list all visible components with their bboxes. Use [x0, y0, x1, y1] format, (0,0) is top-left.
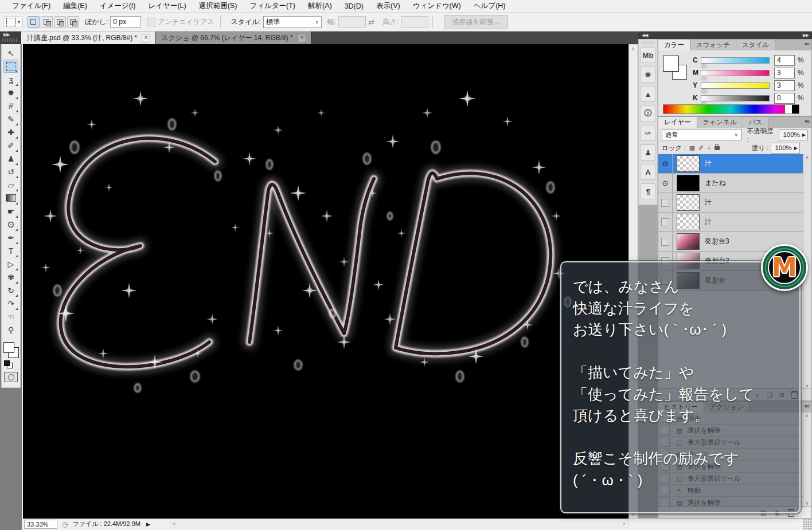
menu-item-5[interactable]: 選択範囲(S) [193, 0, 244, 12]
panel-menu-icon[interactable]: ▾≡ [805, 119, 809, 124]
color-swatches[interactable] [663, 56, 688, 81]
navigator-icon[interactable]: ⎈ [640, 66, 656, 83]
foreground-color-swatch[interactable] [663, 56, 679, 72]
info-icon[interactable]: ⓘ [640, 105, 656, 121]
lock-position-icon[interactable]: + [707, 144, 710, 151]
menu-item-10[interactable]: ウィンドウ(W) [407, 0, 467, 12]
menu-item-2[interactable]: 編集(E) [57, 0, 93, 12]
visibility-toggle[interactable]: ⊙ [658, 154, 673, 173]
lock-transparent-icon[interactable]: ▦ [689, 144, 695, 152]
layer-thumbnail[interactable] [677, 155, 700, 172]
gradient-tool[interactable] [3, 191, 18, 205]
color-spectrum-ramp[interactable] [663, 104, 799, 114]
menu-item-4[interactable]: レイヤー(L) [142, 0, 193, 12]
scroll-up-icon[interactable]: ∧ [631, 46, 635, 52]
horizontal-scrollbar[interactable]: < > [170, 519, 628, 528]
scroll-up-icon[interactable]: ∧ [806, 155, 809, 160]
height-input[interactable] [401, 16, 428, 28]
layers-tab-レイヤー[interactable]: レイヤー [658, 117, 697, 128]
lock-all-icon[interactable] [715, 146, 720, 150]
visibility-toggle[interactable]: ⊙ [658, 174, 673, 193]
panel-menu-icon[interactable]: ▾≡ [805, 403, 809, 409]
collapse-right-icon[interactable]: ▶▶ [803, 33, 809, 38]
eyedropper-tool[interactable]: ✎ [3, 112, 18, 125]
visibility-toggle[interactable] [658, 213, 673, 231]
blend-mode-select[interactable]: 通常 ∨ [662, 129, 741, 140]
hand-tool[interactable]: ☜ [3, 310, 18, 323]
width-input[interactable] [338, 16, 366, 28]
scroll-right-icon[interactable]: > [623, 521, 626, 527]
layer-thumbnail[interactable] [677, 214, 700, 230]
scroll-left-icon[interactable]: < [173, 521, 175, 527]
histogram-icon[interactable]: ▲ [640, 86, 656, 102]
close-icon[interactable]: × [298, 34, 306, 42]
toolbar-collapse-icon[interactable]: ▶▶ [3, 32, 9, 37]
menu-item-11[interactable]: ヘルプ(H) [467, 0, 512, 12]
brush-presets-icon[interactable]: ✑ [640, 125, 656, 141]
rectangular-marquee-tool[interactable] [3, 60, 18, 73]
swap-dimensions-icon[interactable]: ⇄ [368, 18, 374, 26]
toolbar-header[interactable]: ▶▶ [0, 32, 21, 44]
scroll-down-icon[interactable]: ∨ [806, 501, 809, 506]
opacity-field[interactable]: 100% ▶ [779, 129, 808, 140]
3d-orbit-tool[interactable]: ↷ [3, 297, 18, 310]
refine-edge-button[interactable]: 境界線を調整... [444, 15, 508, 29]
lasso-tool[interactable]: ʓ [3, 73, 18, 86]
layer-row-1[interactable]: ⊙汁 [658, 154, 803, 174]
fill-field[interactable]: 100% ▶ [771, 143, 800, 154]
menu-item-9[interactable]: 表示(V) [370, 0, 407, 12]
zoom-level-field[interactable]: 33.33% [24, 520, 57, 529]
color-tab-カラー[interactable]: カラー [658, 40, 690, 50]
layers-tab-チャンネル[interactable]: チャンネル [697, 117, 743, 128]
close-icon[interactable]: × [142, 34, 150, 42]
collapse-left-icon[interactable]: ◀◀ [642, 33, 647, 38]
brush-tool[interactable]: ✐ [3, 139, 18, 152]
scroll-up-icon[interactable]: ∧ [806, 413, 809, 418]
menu-item-6[interactable]: フィルター(T) [243, 0, 302, 12]
menu-item-1[interactable]: ファイル(F) [6, 0, 57, 12]
intersect-selection-button[interactable] [67, 16, 79, 28]
visibility-toggle[interactable] [658, 193, 673, 212]
spinner-icon[interactable]: ▶ [794, 146, 798, 151]
3d-rotate-tool[interactable]: ↻ [3, 284, 18, 297]
C-value-field[interactable]: 4 [774, 55, 795, 66]
C-slider-track[interactable] [701, 57, 770, 64]
K-slider-track[interactable] [701, 95, 770, 101]
scroll-down-icon[interactable]: ∨ [806, 383, 809, 388]
mini-bridge-icon[interactable]: Mb [640, 47, 656, 63]
clone-source-icon[interactable]: ♟ [640, 144, 656, 160]
lock-pixels-icon[interactable]: ✐ [698, 144, 704, 152]
document-tab-1[interactable]: 汁講座.psd @ 33.3% (汁, RGB/8#) *× [21, 32, 155, 44]
antialias-checkbox[interactable] [147, 18, 155, 26]
menu-item-8[interactable]: 3D(D) [338, 1, 370, 11]
type-tool[interactable]: T [3, 244, 18, 257]
menu-item-3[interactable]: イメージ(I) [93, 0, 142, 12]
status-expand-icon[interactable]: ▶ [146, 521, 150, 527]
crop-tool[interactable]: # [3, 99, 18, 112]
custom-shape-tool[interactable]: ✾ [3, 270, 18, 284]
black-cap[interactable] [792, 105, 799, 113]
visibility-toggle[interactable] [658, 232, 673, 251]
color-tab-スウォッチ[interactable]: スウォッチ [690, 40, 736, 50]
resize-grip[interactable] [803, 519, 812, 530]
path-selection-tool[interactable]: ▷ [3, 257, 18, 270]
clone-stamp-tool[interactable]: ♟ [3, 152, 18, 165]
Y-value-field[interactable]: 3 [774, 80, 795, 91]
M-slider-track[interactable] [701, 70, 770, 76]
default-swatches-icon[interactable] [3, 360, 18, 367]
M-value-field[interactable]: 3 [774, 68, 795, 78]
document-canvas[interactable] [23, 44, 628, 519]
dodge-tool[interactable]: ʘ [3, 218, 18, 231]
layer-thumbnail[interactable] [677, 233, 700, 250]
layer-row-3[interactable]: 汁 [658, 193, 803, 213]
paragraph-icon[interactable]: ¶ [640, 183, 656, 199]
document-tab-2[interactable]: スクショ @ 66.7% (レイヤー 14, RGB/8) *× [155, 32, 311, 44]
add-selection-button[interactable] [41, 16, 53, 28]
color-tab-スタイル[interactable]: スタイル [736, 40, 775, 50]
layer-row-2[interactable]: ⊙またね [658, 174, 803, 193]
quick-selection-tool[interactable]: ✸ [3, 86, 18, 99]
eraser-tool[interactable]: ▱ [3, 178, 18, 191]
smudge-tool[interactable]: ☛ [3, 205, 18, 218]
quick-mask-button[interactable] [4, 372, 18, 382]
menu-item-7[interactable]: 解析(A) [302, 0, 338, 12]
